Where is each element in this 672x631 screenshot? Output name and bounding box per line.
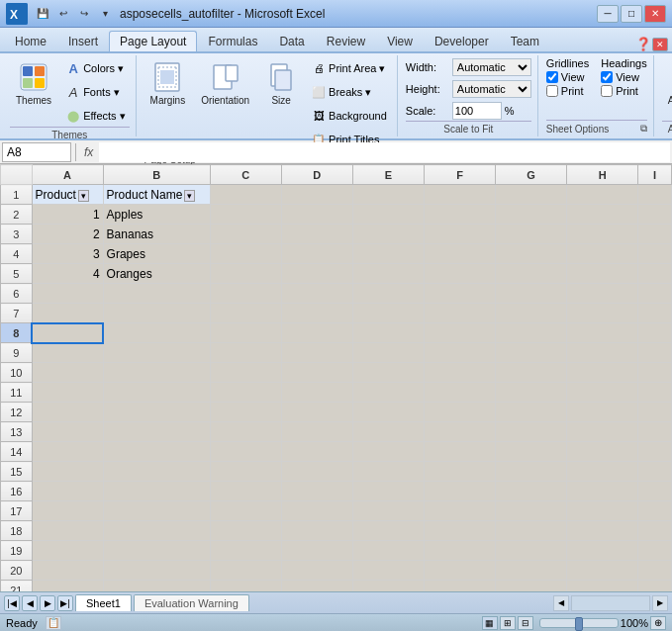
filter-dropdown-B1[interactable]: ▾ xyxy=(184,190,195,202)
headings-print-check[interactable] xyxy=(601,85,613,97)
arrange-button[interactable]: Arrange xyxy=(662,57,672,110)
tab-home[interactable]: Home xyxy=(4,31,57,51)
cell-A7[interactable] xyxy=(32,304,103,323)
cell-H7[interactable] xyxy=(567,304,638,323)
col-head-H[interactable]: H xyxy=(567,165,638,185)
headings-view-label[interactable]: View xyxy=(601,71,646,83)
page-break-view-btn[interactable]: ⊟ xyxy=(518,616,533,630)
headings-print-label[interactable]: Print xyxy=(601,85,646,97)
cell-E7[interactable] xyxy=(352,304,424,323)
tab-team[interactable]: Team xyxy=(500,31,550,51)
sheet-nav-prev[interactable]: ◀ xyxy=(22,595,38,611)
col-head-G[interactable]: G xyxy=(496,165,567,185)
cell-A8[interactable] xyxy=(32,323,103,343)
cell-A2[interactable]: 1 xyxy=(32,205,103,225)
hscroll-track[interactable] xyxy=(571,595,650,611)
gridlines-view-check[interactable] xyxy=(546,71,558,83)
cell-F5[interactable] xyxy=(424,264,495,284)
cell-C7[interactable] xyxy=(210,304,281,323)
undo-quick-btn[interactable]: ↩ xyxy=(54,6,72,22)
cell-F2[interactable] xyxy=(424,205,495,225)
col-head-B[interactable]: B xyxy=(103,165,210,185)
close-btn[interactable]: ✕ xyxy=(644,5,666,23)
hscroll-right[interactable]: ▶ xyxy=(652,595,668,611)
col-head-I[interactable]: I xyxy=(638,165,672,185)
cell-G7[interactable] xyxy=(496,304,567,323)
colors-button[interactable]: A Colors ▾ xyxy=(61,57,129,79)
sheet-nav-first[interactable]: |◀ xyxy=(4,595,20,611)
cell-H6[interactable] xyxy=(567,284,638,304)
sheet-tab-sheet1[interactable]: Sheet1 xyxy=(75,594,132,611)
cell-C4[interactable] xyxy=(210,244,281,264)
orientation-button[interactable]: Orientation xyxy=(195,57,255,110)
cell-H8[interactable] xyxy=(567,323,638,343)
cell-G6[interactable] xyxy=(496,284,567,304)
cell-C2[interactable] xyxy=(210,205,281,225)
cell-H5[interactable] xyxy=(567,264,638,284)
hscroll-left[interactable]: ◀ xyxy=(553,595,569,611)
cell-F6[interactable] xyxy=(424,284,495,304)
cell-D5[interactable] xyxy=(281,264,352,284)
cell-I8[interactable] xyxy=(638,323,672,343)
effects-button[interactable]: ⬤ Effects ▾ xyxy=(61,105,129,127)
print-area-button[interactable]: 🖨 Print Area ▾ xyxy=(307,57,391,79)
col-head-E[interactable]: E xyxy=(352,165,424,185)
cell-G3[interactable] xyxy=(496,225,567,244)
cell-D6[interactable] xyxy=(281,284,352,304)
sheet-nav-next[interactable]: ▶ xyxy=(40,595,55,611)
tab-formulas[interactable]: Formulas xyxy=(197,31,268,51)
cell-I6[interactable] xyxy=(638,284,672,304)
normal-view-btn[interactable]: ▦ xyxy=(482,616,498,630)
cell-B8[interactable] xyxy=(103,323,210,343)
cell-I5[interactable] xyxy=(638,264,672,284)
cell-A4[interactable]: 3 xyxy=(32,244,103,264)
cell-I1[interactable] xyxy=(638,185,672,205)
cell-F3[interactable] xyxy=(424,225,495,244)
gridlines-print-label[interactable]: Print xyxy=(546,85,589,97)
themes-button[interactable]: Themes xyxy=(10,57,57,110)
tab-insert[interactable]: Insert xyxy=(57,31,109,51)
cell-D8[interactable] xyxy=(281,323,352,343)
cell-B4[interactable]: Grapes xyxy=(103,244,210,264)
cell-G8[interactable] xyxy=(496,323,567,343)
col-head-A[interactable]: A xyxy=(32,165,103,185)
fonts-button[interactable]: A Fonts ▾ xyxy=(61,81,129,103)
height-select[interactable]: Automatic xyxy=(452,80,531,98)
margins-button[interactable]: Margins xyxy=(144,57,192,110)
cell-B6[interactable] xyxy=(103,284,210,304)
scale-input[interactable] xyxy=(452,102,502,120)
cell-I7[interactable] xyxy=(638,304,672,323)
cell-D4[interactable] xyxy=(281,244,352,264)
formula-input[interactable] xyxy=(99,142,670,162)
cell-G4[interactable] xyxy=(496,244,567,264)
sheet-tab-eval-warning[interactable]: Evaluation Warning xyxy=(134,594,249,611)
cell-D1[interactable] xyxy=(281,185,352,205)
status-icon1[interactable]: 📋 xyxy=(46,616,61,630)
gridlines-view-label[interactable]: View xyxy=(546,71,589,83)
cell-D7[interactable] xyxy=(281,304,352,323)
cell-D2[interactable] xyxy=(281,205,352,225)
cell-G5[interactable] xyxy=(496,264,567,284)
cell-G1[interactable] xyxy=(496,185,567,205)
cell-F1[interactable] xyxy=(424,185,495,205)
breaks-button[interactable]: ⬜ Breaks ▾ xyxy=(307,81,391,103)
tab-review[interactable]: Review xyxy=(316,31,376,51)
cell-H2[interactable] xyxy=(567,205,638,225)
save-quick-btn[interactable]: 💾 xyxy=(34,6,51,22)
cell-E4[interactable] xyxy=(352,244,424,264)
cell-A5[interactable]: 4 xyxy=(32,264,103,284)
cell-C1[interactable] xyxy=(210,185,281,205)
name-box[interactable]: A8 xyxy=(2,142,71,162)
width-select[interactable]: Automatic xyxy=(452,58,531,76)
cell-B3[interactable]: Bananas xyxy=(103,225,210,244)
cell-I2[interactable] xyxy=(638,205,672,225)
ribbon-close-btn[interactable]: ✕ xyxy=(652,38,668,51)
cell-H1[interactable] xyxy=(567,185,638,205)
tab-data[interactable]: Data xyxy=(268,31,315,51)
cell-E8[interactable] xyxy=(352,323,424,343)
cell-H4[interactable] xyxy=(567,244,638,264)
zoom-thumb[interactable] xyxy=(575,617,583,631)
minimize-btn[interactable]: ─ xyxy=(597,5,619,23)
sheet-nav-last[interactable]: ▶| xyxy=(57,595,73,611)
cell-F8[interactable] xyxy=(424,323,495,343)
